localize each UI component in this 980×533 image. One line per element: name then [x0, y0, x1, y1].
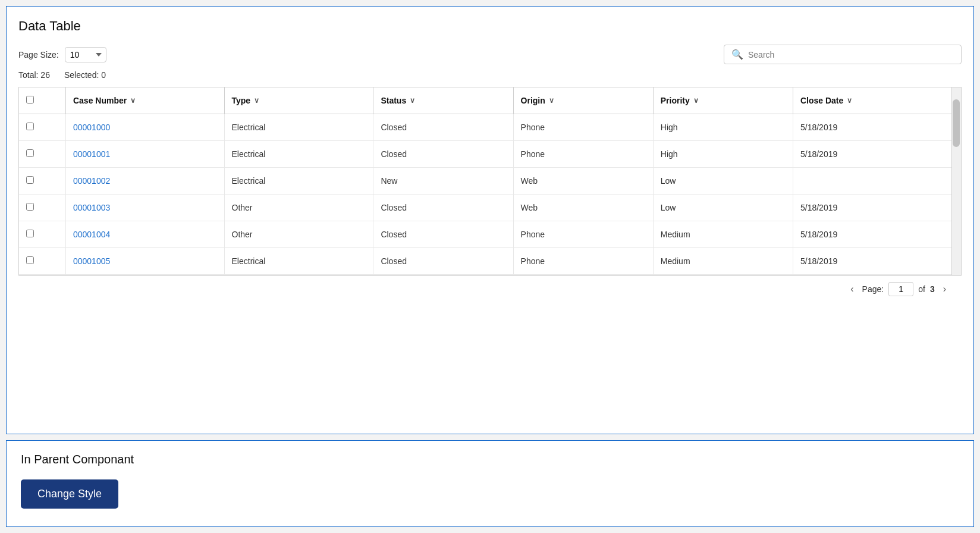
- case-number-link[interactable]: 00001002: [73, 176, 110, 186]
- cell-case-number: 00001002: [65, 168, 224, 195]
- cell-origin: Phone: [513, 114, 653, 141]
- row-checkbox-cell: [19, 248, 65, 275]
- main-container: Data Table Page Size: 10 5 25 50 100 🔍 T…: [6, 6, 974, 434]
- cell-priority: High: [653, 141, 793, 168]
- table-row: 00001000ElectricalClosedPhoneHigh5/18/20…: [19, 114, 951, 141]
- table-row: 00001005ElectricalClosedPhoneMedium5/18/…: [19, 248, 951, 275]
- bottom-title: In Parent Componant: [21, 453, 959, 466]
- row-checkbox-cell: [19, 168, 65, 195]
- cell-priority: Low: [653, 168, 793, 195]
- table-row: 00001002ElectricalNewWebLow: [19, 168, 951, 195]
- select-all-checkbox-header[interactable]: [19, 87, 65, 114]
- prev-page-button[interactable]: ‹: [847, 283, 857, 296]
- cell-type: Other: [224, 221, 373, 248]
- table-header-row: Case Number ∨ Type ∨ Sta: [19, 87, 951, 114]
- cell-status: Closed: [373, 141, 513, 168]
- total-pages: 3: [930, 284, 935, 294]
- page-size-row: Page Size: 10 5 25 50 100: [18, 47, 106, 62]
- cell-closedate: 5/18/2019: [793, 114, 951, 141]
- page-title: Data Table: [18, 18, 962, 34]
- select-all-checkbox[interactable]: [26, 96, 34, 104]
- cell-priority: Low: [653, 195, 793, 221]
- case-number-link[interactable]: 00001000: [73, 123, 110, 132]
- cell-status: Closed: [373, 195, 513, 221]
- case-number-link[interactable]: 00001001: [73, 149, 110, 159]
- col-header-priority[interactable]: Priority ∨: [653, 87, 793, 114]
- row-checkbox-cell: [19, 221, 65, 248]
- row-checkbox[interactable]: [26, 256, 34, 264]
- cell-priority: Medium: [653, 248, 793, 275]
- cell-type: Electrical: [224, 168, 373, 195]
- cell-status: Closed: [373, 114, 513, 141]
- table-row: 00001003OtherClosedWebLow5/18/2019: [19, 195, 951, 221]
- row-checkbox[interactable]: [26, 230, 34, 237]
- cell-origin: Phone: [513, 141, 653, 168]
- scrollbar-area[interactable]: [951, 87, 961, 275]
- table-body: 00001000ElectricalClosedPhoneHigh5/18/20…: [19, 114, 951, 275]
- row-checkbox-cell: [19, 195, 65, 221]
- cell-status: New: [373, 168, 513, 195]
- row-checkbox-cell: [19, 141, 65, 168]
- totals-row: Total: 26 Selected: 0: [18, 70, 962, 80]
- cell-case-number: 00001005: [65, 248, 224, 275]
- row-checkbox[interactable]: [26, 203, 34, 211]
- of-label: of: [918, 284, 925, 294]
- col-header-status[interactable]: Status ∨: [373, 87, 513, 114]
- cell-priority: Medium: [653, 221, 793, 248]
- row-checkbox[interactable]: [26, 176, 34, 184]
- cell-origin: Web: [513, 168, 653, 195]
- total-count: Total: 26: [18, 70, 50, 80]
- cell-closedate: 5/18/2019: [793, 248, 951, 275]
- sort-icon-origin: ∨: [549, 96, 554, 105]
- cell-type: Electrical: [224, 141, 373, 168]
- cell-case-number: 00001004: [65, 221, 224, 248]
- cell-origin: Phone: [513, 221, 653, 248]
- selected-count: Selected: 0: [64, 70, 106, 80]
- table-scroll: Case Number ∨ Type ∨ Sta: [19, 87, 951, 275]
- cell-origin: Phone: [513, 248, 653, 275]
- page-label: Page:: [862, 284, 884, 294]
- cell-closedate: [793, 168, 951, 195]
- cell-status: Closed: [373, 248, 513, 275]
- col-header-case-number[interactable]: Case Number ∨: [65, 87, 224, 114]
- page-size-label: Page Size:: [18, 50, 59, 59]
- change-style-button[interactable]: Change Style: [21, 479, 118, 509]
- cell-closedate: 5/18/2019: [793, 221, 951, 248]
- case-number-link[interactable]: 00001003: [73, 203, 110, 212]
- row-checkbox-cell: [19, 114, 65, 141]
- cell-case-number: 00001000: [65, 114, 224, 141]
- col-header-type[interactable]: Type ∨: [224, 87, 373, 114]
- cell-case-number: 00001003: [65, 195, 224, 221]
- cell-case-number: 00001001: [65, 141, 224, 168]
- table-row: 00001004OtherClosedPhoneMedium5/18/2019: [19, 221, 951, 248]
- cell-priority: High: [653, 114, 793, 141]
- table-row: 00001001ElectricalClosedPhoneHigh5/18/20…: [19, 141, 951, 168]
- case-number-link[interactable]: 00001005: [73, 256, 110, 266]
- data-table-wrapper: Case Number ∨ Type ∨ Sta: [18, 87, 962, 275]
- pagination-row: ‹ Page: of 3 ›: [18, 275, 962, 302]
- sort-icon-priority: ∨: [693, 96, 699, 105]
- bottom-section: In Parent Componant Change Style: [6, 440, 974, 527]
- cell-closedate: 5/18/2019: [793, 195, 951, 221]
- cell-origin: Web: [513, 195, 653, 221]
- search-box: 🔍: [724, 45, 962, 64]
- cell-status: Closed: [373, 221, 513, 248]
- sort-icon-close-date: ∨: [847, 96, 852, 105]
- col-header-origin[interactable]: Origin ∨: [513, 87, 653, 114]
- row-checkbox[interactable]: [26, 149, 34, 157]
- search-icon: 🔍: [731, 49, 743, 60]
- sort-icon-status: ∨: [410, 96, 415, 105]
- scrollbar-thumb[interactable]: [953, 99, 960, 147]
- sort-icon-type: ∨: [254, 96, 259, 105]
- col-header-close-date[interactable]: Close Date ∨: [793, 87, 951, 114]
- sort-icon-case-number: ∨: [130, 96, 136, 105]
- row-checkbox[interactable]: [26, 123, 34, 130]
- page-size-select[interactable]: 10 5 25 50 100: [65, 47, 106, 62]
- search-input[interactable]: [748, 50, 954, 59]
- cell-closedate: 5/18/2019: [793, 141, 951, 168]
- cell-type: Electrical: [224, 114, 373, 141]
- cell-type: Other: [224, 195, 373, 221]
- page-number-input[interactable]: [888, 282, 913, 296]
- case-number-link[interactable]: 00001004: [73, 230, 110, 239]
- next-page-button[interactable]: ›: [940, 283, 950, 296]
